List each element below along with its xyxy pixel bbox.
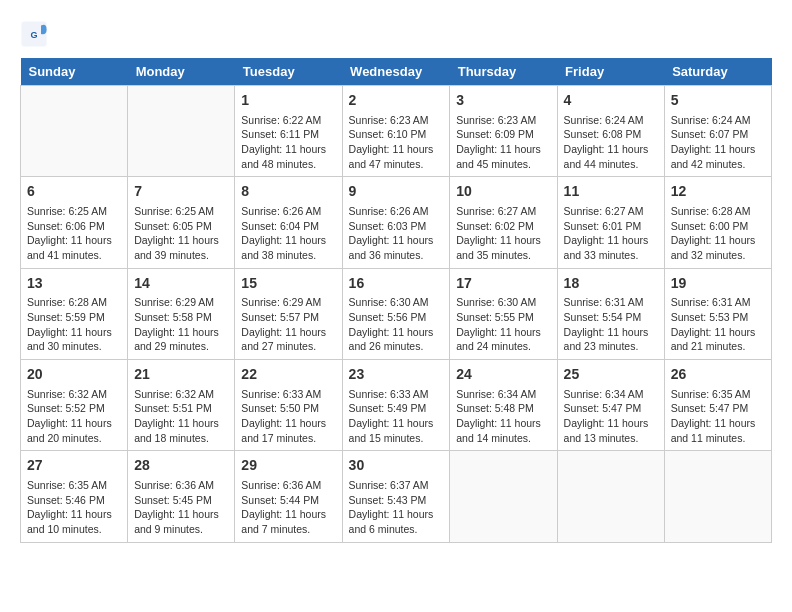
calendar-cell: 28Sunrise: 6:36 AM Sunset: 5:45 PM Dayli… [128, 451, 235, 542]
svg-text:G: G [30, 30, 37, 40]
day-info: Sunrise: 6:35 AM Sunset: 5:46 PM Dayligh… [27, 478, 121, 537]
calendar-week-1: 1Sunrise: 6:22 AM Sunset: 6:11 PM Daylig… [21, 86, 772, 177]
day-number: 8 [241, 182, 335, 202]
day-info: Sunrise: 6:33 AM Sunset: 5:49 PM Dayligh… [349, 387, 444, 446]
calendar-cell: 4Sunrise: 6:24 AM Sunset: 6:08 PM Daylig… [557, 86, 664, 177]
calendar-cell: 18Sunrise: 6:31 AM Sunset: 5:54 PM Dayli… [557, 268, 664, 359]
calendar-cell [128, 86, 235, 177]
calendar-cell: 1Sunrise: 6:22 AM Sunset: 6:11 PM Daylig… [235, 86, 342, 177]
day-number: 10 [456, 182, 550, 202]
day-number: 13 [27, 274, 121, 294]
day-info: Sunrise: 6:23 AM Sunset: 6:09 PM Dayligh… [456, 113, 550, 172]
calendar-cell: 27Sunrise: 6:35 AM Sunset: 5:46 PM Dayli… [21, 451, 128, 542]
day-info: Sunrise: 6:36 AM Sunset: 5:45 PM Dayligh… [134, 478, 228, 537]
calendar-cell: 14Sunrise: 6:29 AM Sunset: 5:58 PM Dayli… [128, 268, 235, 359]
day-info: Sunrise: 6:22 AM Sunset: 6:11 PM Dayligh… [241, 113, 335, 172]
calendar-cell: 13Sunrise: 6:28 AM Sunset: 5:59 PM Dayli… [21, 268, 128, 359]
calendar-cell: 21Sunrise: 6:32 AM Sunset: 5:51 PM Dayli… [128, 360, 235, 451]
weekday-header-tuesday: Tuesday [235, 58, 342, 86]
day-number: 6 [27, 182, 121, 202]
day-number: 24 [456, 365, 550, 385]
day-number: 19 [671, 274, 765, 294]
day-info: Sunrise: 6:32 AM Sunset: 5:52 PM Dayligh… [27, 387, 121, 446]
weekday-header-sunday: Sunday [21, 58, 128, 86]
calendar-cell: 20Sunrise: 6:32 AM Sunset: 5:52 PM Dayli… [21, 360, 128, 451]
day-number: 4 [564, 91, 658, 111]
calendar-cell: 30Sunrise: 6:37 AM Sunset: 5:43 PM Dayli… [342, 451, 450, 542]
calendar-header-row: SundayMondayTuesdayWednesdayThursdayFrid… [21, 58, 772, 86]
calendar-cell: 8Sunrise: 6:26 AM Sunset: 6:04 PM Daylig… [235, 177, 342, 268]
day-info: Sunrise: 6:31 AM Sunset: 5:53 PM Dayligh… [671, 295, 765, 354]
day-info: Sunrise: 6:24 AM Sunset: 6:07 PM Dayligh… [671, 113, 765, 172]
day-info: Sunrise: 6:25 AM Sunset: 6:05 PM Dayligh… [134, 204, 228, 263]
calendar-cell: 17Sunrise: 6:30 AM Sunset: 5:55 PM Dayli… [450, 268, 557, 359]
calendar-cell: 5Sunrise: 6:24 AM Sunset: 6:07 PM Daylig… [664, 86, 771, 177]
day-info: Sunrise: 6:30 AM Sunset: 5:55 PM Dayligh… [456, 295, 550, 354]
day-number: 2 [349, 91, 444, 111]
day-number: 22 [241, 365, 335, 385]
calendar-week-2: 6Sunrise: 6:25 AM Sunset: 6:06 PM Daylig… [21, 177, 772, 268]
day-number: 14 [134, 274, 228, 294]
day-number: 23 [349, 365, 444, 385]
page-header: G [20, 20, 772, 48]
day-number: 29 [241, 456, 335, 476]
day-info: Sunrise: 6:35 AM Sunset: 5:47 PM Dayligh… [671, 387, 765, 446]
calendar-cell: 12Sunrise: 6:28 AM Sunset: 6:00 PM Dayli… [664, 177, 771, 268]
calendar-cell [557, 451, 664, 542]
day-info: Sunrise: 6:26 AM Sunset: 6:03 PM Dayligh… [349, 204, 444, 263]
day-number: 21 [134, 365, 228, 385]
weekday-header-wednesday: Wednesday [342, 58, 450, 86]
day-info: Sunrise: 6:29 AM Sunset: 5:57 PM Dayligh… [241, 295, 335, 354]
day-number: 28 [134, 456, 228, 476]
day-info: Sunrise: 6:31 AM Sunset: 5:54 PM Dayligh… [564, 295, 658, 354]
calendar-cell [21, 86, 128, 177]
day-number: 9 [349, 182, 444, 202]
calendar-cell: 10Sunrise: 6:27 AM Sunset: 6:02 PM Dayli… [450, 177, 557, 268]
day-info: Sunrise: 6:27 AM Sunset: 6:01 PM Dayligh… [564, 204, 658, 263]
calendar-cell [450, 451, 557, 542]
day-number: 5 [671, 91, 765, 111]
day-info: Sunrise: 6:34 AM Sunset: 5:47 PM Dayligh… [564, 387, 658, 446]
day-number: 20 [27, 365, 121, 385]
day-info: Sunrise: 6:28 AM Sunset: 6:00 PM Dayligh… [671, 204, 765, 263]
day-number: 12 [671, 182, 765, 202]
logo: G [20, 20, 52, 48]
calendar-cell: 23Sunrise: 6:33 AM Sunset: 5:49 PM Dayli… [342, 360, 450, 451]
weekday-header-monday: Monday [128, 58, 235, 86]
calendar-cell: 16Sunrise: 6:30 AM Sunset: 5:56 PM Dayli… [342, 268, 450, 359]
day-number: 17 [456, 274, 550, 294]
day-info: Sunrise: 6:23 AM Sunset: 6:10 PM Dayligh… [349, 113, 444, 172]
weekday-header-saturday: Saturday [664, 58, 771, 86]
day-number: 25 [564, 365, 658, 385]
day-info: Sunrise: 6:25 AM Sunset: 6:06 PM Dayligh… [27, 204, 121, 263]
calendar-week-4: 20Sunrise: 6:32 AM Sunset: 5:52 PM Dayli… [21, 360, 772, 451]
calendar-table: SundayMondayTuesdayWednesdayThursdayFrid… [20, 58, 772, 543]
weekday-header-friday: Friday [557, 58, 664, 86]
day-info: Sunrise: 6:37 AM Sunset: 5:43 PM Dayligh… [349, 478, 444, 537]
calendar-week-3: 13Sunrise: 6:28 AM Sunset: 5:59 PM Dayli… [21, 268, 772, 359]
calendar-cell [664, 451, 771, 542]
day-info: Sunrise: 6:33 AM Sunset: 5:50 PM Dayligh… [241, 387, 335, 446]
day-info: Sunrise: 6:30 AM Sunset: 5:56 PM Dayligh… [349, 295, 444, 354]
day-info: Sunrise: 6:24 AM Sunset: 6:08 PM Dayligh… [564, 113, 658, 172]
calendar-cell: 26Sunrise: 6:35 AM Sunset: 5:47 PM Dayli… [664, 360, 771, 451]
calendar-cell: 15Sunrise: 6:29 AM Sunset: 5:57 PM Dayli… [235, 268, 342, 359]
calendar-cell: 24Sunrise: 6:34 AM Sunset: 5:48 PM Dayli… [450, 360, 557, 451]
calendar-cell: 7Sunrise: 6:25 AM Sunset: 6:05 PM Daylig… [128, 177, 235, 268]
day-number: 7 [134, 182, 228, 202]
day-number: 1 [241, 91, 335, 111]
day-info: Sunrise: 6:36 AM Sunset: 5:44 PM Dayligh… [241, 478, 335, 537]
day-info: Sunrise: 6:34 AM Sunset: 5:48 PM Dayligh… [456, 387, 550, 446]
day-number: 26 [671, 365, 765, 385]
calendar-cell: 3Sunrise: 6:23 AM Sunset: 6:09 PM Daylig… [450, 86, 557, 177]
calendar-cell: 19Sunrise: 6:31 AM Sunset: 5:53 PM Dayli… [664, 268, 771, 359]
day-number: 11 [564, 182, 658, 202]
calendar-cell: 25Sunrise: 6:34 AM Sunset: 5:47 PM Dayli… [557, 360, 664, 451]
calendar-cell: 6Sunrise: 6:25 AM Sunset: 6:06 PM Daylig… [21, 177, 128, 268]
day-number: 18 [564, 274, 658, 294]
day-info: Sunrise: 6:26 AM Sunset: 6:04 PM Dayligh… [241, 204, 335, 263]
logo-icon: G [20, 20, 48, 48]
calendar-cell: 2Sunrise: 6:23 AM Sunset: 6:10 PM Daylig… [342, 86, 450, 177]
day-info: Sunrise: 6:27 AM Sunset: 6:02 PM Dayligh… [456, 204, 550, 263]
day-number: 15 [241, 274, 335, 294]
